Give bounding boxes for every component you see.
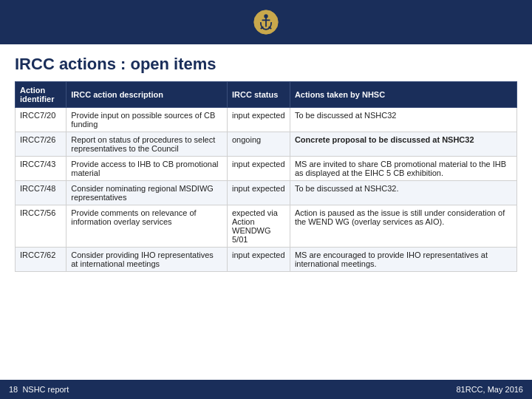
cell-description: Consider providing IHO representatives a… xyxy=(66,248,228,272)
cell-id: IRCC7/48 xyxy=(16,181,66,205)
cell-id: IRCC7/56 xyxy=(16,205,66,248)
cell-actions: MS are invited to share CB promotional m… xyxy=(290,157,516,181)
cell-actions: To be discussed at NSHC32. xyxy=(290,181,516,205)
col-header-status: IRCC status xyxy=(228,82,290,108)
cell-id: IRCC7/62 xyxy=(16,248,66,272)
cell-actions: Action is paused as the issue is still u… xyxy=(290,205,516,248)
cell-description: Report on status of procedures to select… xyxy=(66,132,228,157)
page-content: IRCC actions : open items Action identif… xyxy=(0,44,532,275)
table-row: IRCC7/56Provide comments on relevance of… xyxy=(16,205,517,248)
cell-id: IRCC7/20 xyxy=(16,108,66,132)
table-header-row: Action identifier IRCC action descriptio… xyxy=(16,82,517,108)
cell-status: input expected xyxy=(228,157,290,181)
col-header-desc: IRCC action description xyxy=(66,82,228,108)
table-row: IRCC7/43Provide access to IHB to CB prom… xyxy=(16,157,517,181)
cell-description: Provide comments on relevance of informa… xyxy=(66,205,228,248)
bottom-bar: 18 NSHC report 81RCC, May 2016 xyxy=(0,380,532,399)
cell-status: expected via Action WENDWG 5/01 xyxy=(228,205,290,248)
table-row: IRCC7/48Consider nominating regional MSD… xyxy=(16,181,517,205)
footer-right: 81RCC, May 2016 xyxy=(457,385,524,394)
cell-status: input expected xyxy=(228,181,290,205)
cell-actions: Concrete proposal to be discussed at NSH… xyxy=(290,132,516,157)
svg-rect-2 xyxy=(265,18,267,27)
actions-table: Action identifier IRCC action descriptio… xyxy=(15,81,517,272)
cell-description: Provide access to IHB to CB promotional … xyxy=(66,157,228,181)
cell-id: IRCC7/43 xyxy=(16,157,66,181)
footer-left: 18 NSHC report xyxy=(9,385,69,394)
top-bar xyxy=(0,0,532,44)
cell-description: Provide input on possible sources of CB … xyxy=(66,108,228,132)
table-row: IRCC7/26Report on status of procedures t… xyxy=(16,132,517,157)
table-row: IRCC7/20Provide input on possible source… xyxy=(16,108,517,132)
cell-status: input expected xyxy=(228,108,290,132)
table-row: IRCC7/62Consider providing IHO represent… xyxy=(16,248,517,272)
page-title: IRCC actions : open items xyxy=(15,55,517,74)
cell-status: input expected xyxy=(228,248,290,272)
cell-id: IRCC7/26 xyxy=(16,132,66,157)
cell-status: ongoing xyxy=(228,132,290,157)
anchor-icon xyxy=(253,9,279,35)
cell-actions: MS are encouraged to provide IHO represe… xyxy=(290,248,516,272)
cell-description: Consider nominating regional MSDIWG repr… xyxy=(66,181,228,205)
col-header-actions: Actions taken by NHSC xyxy=(290,82,516,108)
cell-actions: To be discussed at NSHC32 xyxy=(290,108,516,132)
col-header-id: Action identifier xyxy=(16,82,66,108)
